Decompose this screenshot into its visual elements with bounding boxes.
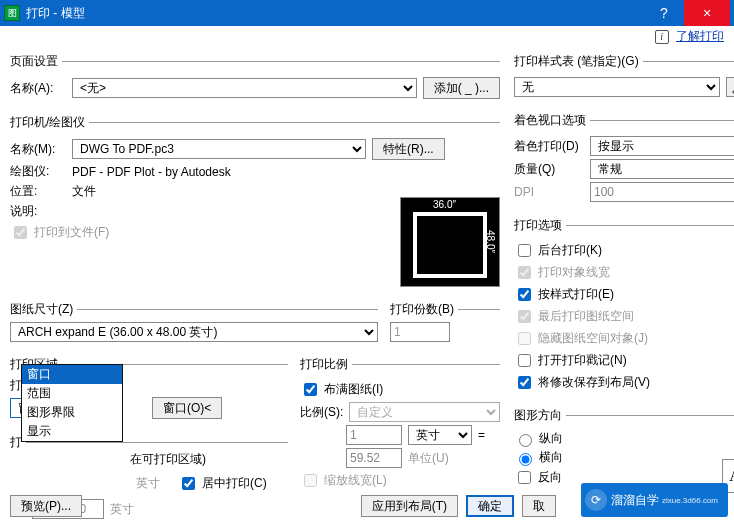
range-option-limits[interactable]: 图形界限 bbox=[22, 403, 122, 422]
portrait-label: 纵向 bbox=[539, 430, 563, 447]
landscape-label: 横向 bbox=[539, 449, 563, 466]
printer-name-select[interactable]: DWG To PDF.pc3 bbox=[72, 139, 366, 159]
preview-button[interactable]: 预览(P)... bbox=[10, 495, 82, 517]
range-option-extents[interactable]: 范围 bbox=[22, 384, 122, 403]
scale-lineweights-check: 缩放线宽(L) bbox=[300, 471, 500, 490]
plotter-label: 绘图仪: bbox=[10, 163, 66, 180]
bystyle-check[interactable]: 按样式打印(E) bbox=[514, 285, 734, 304]
know-about-print-link[interactable]: 了解打印 bbox=[676, 29, 724, 43]
landscape-input[interactable] bbox=[519, 453, 532, 466]
orientation-legend: 图形方向 bbox=[514, 407, 566, 424]
window-title: 打印 - 模型 bbox=[26, 5, 644, 22]
center-print-check-wrapper[interactable]: 居中打印(C) bbox=[178, 474, 267, 493]
scale-lineweights-label: 缩放线宽(L) bbox=[324, 472, 387, 489]
page-settings-group: 页面设置 名称(A): <无> 添加( _ )... bbox=[10, 53, 500, 108]
shade-plot-select[interactable]: 按显示 bbox=[590, 136, 734, 156]
hide-paperspace-checkbox bbox=[518, 332, 531, 345]
fit-to-paper-checkbox[interactable] bbox=[304, 383, 317, 396]
center-print-label: 居中打印(C) bbox=[202, 475, 267, 492]
window-pick-button[interactable]: 窗口(O)< bbox=[152, 397, 222, 419]
print-options-group: 打印选项 后台打印(K) 打印对象线宽 按样式打印(E) 最后打印图纸空间 隐藏… bbox=[514, 217, 734, 401]
stamp-checkbox[interactable] bbox=[518, 354, 531, 367]
portrait-input[interactable] bbox=[519, 434, 532, 447]
description-label: 说明: bbox=[10, 203, 66, 220]
plot-style-legend: 打印样式表 (笔指定)(G) bbox=[514, 53, 643, 70]
print-scale-legend: 打印比例 bbox=[300, 356, 352, 373]
watermark-logo-icon: ⟳ bbox=[585, 489, 607, 511]
portrait-radio[interactable]: 纵向 bbox=[514, 430, 734, 447]
cancel-button[interactable]: 取 bbox=[522, 495, 556, 517]
plot-style-edit-button[interactable] bbox=[726, 77, 734, 97]
offset-x-unit: 英寸 bbox=[136, 475, 160, 492]
orientation-preview-letter: A bbox=[729, 467, 734, 485]
watermark-logo: ⟳ 溜溜自学 zixue.3d66.com bbox=[581, 483, 728, 517]
quality-label: 质量(Q) bbox=[514, 161, 584, 178]
location-label: 位置: bbox=[10, 183, 66, 200]
copies-legend: 打印份数(B) bbox=[390, 301, 458, 318]
scale-unit-num bbox=[346, 425, 402, 445]
bystyle-checkbox[interactable] bbox=[518, 288, 531, 301]
bg-print-checkbox[interactable] bbox=[518, 244, 531, 257]
dpi-label: DPI bbox=[514, 185, 584, 199]
range-option-display[interactable]: 显示 bbox=[22, 422, 122, 441]
print-to-file-checkbox bbox=[14, 226, 27, 239]
stamp-check[interactable]: 打开打印戳记(N) bbox=[514, 351, 734, 370]
location-value: 文件 bbox=[72, 183, 96, 200]
offset-note: 在可打印区域) bbox=[130, 451, 206, 468]
ok-button[interactable]: 确定 bbox=[466, 495, 514, 517]
save-layout-check[interactable]: 将修改保存到布局(V) bbox=[514, 373, 734, 392]
paper-size-select[interactable]: ARCH expand E (36.00 x 48.00 英寸) bbox=[10, 322, 378, 342]
app-icon: 图 bbox=[4, 5, 20, 21]
paperspace-last-check: 最后打印图纸空间 bbox=[514, 307, 734, 326]
shaded-viewport-legend: 着色视口选项 bbox=[514, 112, 590, 129]
fit-to-paper-check[interactable]: 布满图纸(I) bbox=[300, 380, 500, 399]
printer-properties-button[interactable]: 特性(R)... bbox=[372, 138, 445, 160]
fit-to-paper-label: 布满图纸(I) bbox=[324, 381, 383, 398]
paper-size-group: 图纸尺寸(Z) ARCH expand E (36.00 x 48.00 英寸) bbox=[10, 301, 378, 348]
quality-select[interactable]: 常规 bbox=[590, 159, 734, 179]
close-button[interactable]: × bbox=[684, 0, 730, 26]
apply-to-layout-button[interactable]: 应用到布局(T) bbox=[361, 495, 458, 517]
brush-icon bbox=[730, 80, 734, 94]
range-option-window-sel[interactable]: 窗口 bbox=[22, 365, 122, 384]
paper-preview: 36.0″ 48.0″ bbox=[400, 197, 500, 287]
hide-paperspace-check: 隐藏图纸空间对象(J) bbox=[514, 329, 734, 348]
drawing-units-label: 单位(U) bbox=[408, 450, 449, 467]
print-options-legend: 打印选项 bbox=[514, 217, 566, 234]
help-button[interactable]: ? bbox=[644, 5, 684, 21]
watermark-brand: 溜溜自学 bbox=[611, 492, 659, 509]
drawing-units-input bbox=[346, 448, 402, 468]
scale-lineweights-checkbox bbox=[304, 474, 317, 487]
page-name-label: 名称(A): bbox=[10, 80, 66, 97]
paper-size-legend: 图纸尺寸(Z) bbox=[10, 301, 77, 318]
paperspace-last-checkbox bbox=[518, 310, 531, 323]
landscape-radio[interactable]: 横向 bbox=[514, 449, 734, 466]
copies-group: 打印份数(B) bbox=[390, 301, 500, 348]
scale-ratio-label: 比例(S): bbox=[300, 404, 343, 421]
watermark-url: zixue.3d66.com bbox=[662, 496, 718, 505]
save-layout-label: 将修改保存到布局(V) bbox=[538, 374, 650, 391]
paperspace-last-label: 最后打印图纸空间 bbox=[538, 308, 634, 325]
bg-print-check[interactable]: 后台打印(K) bbox=[514, 241, 734, 260]
printer-name-label: 名称(M): bbox=[10, 141, 66, 158]
plotter-value: PDF - PDF Plot - by Autodesk bbox=[72, 165, 231, 179]
page-settings-legend: 页面设置 bbox=[10, 53, 62, 70]
reverse-label: 反向 bbox=[538, 469, 562, 486]
print-range-dropdown[interactable]: 窗口 范围 图形界限 显示 bbox=[21, 364, 123, 442]
page-name-select[interactable]: <无> bbox=[72, 78, 417, 98]
lw-check: 打印对象线宽 bbox=[514, 263, 734, 282]
save-layout-checkbox[interactable] bbox=[518, 376, 531, 389]
bystyle-label: 按样式打印(E) bbox=[538, 286, 614, 303]
lw-label: 打印对象线宽 bbox=[538, 264, 610, 281]
scale-unit-select[interactable]: 英寸 bbox=[408, 425, 472, 445]
lw-checkbox bbox=[518, 266, 531, 279]
reverse-checkbox[interactable] bbox=[518, 471, 531, 484]
plot-style-select[interactable]: 无 bbox=[514, 77, 720, 97]
add-page-setup-button[interactable]: 添加( _ )... bbox=[423, 77, 500, 99]
hide-paperspace-label: 隐藏图纸空间对象(J) bbox=[538, 330, 648, 347]
info-icon: i bbox=[655, 30, 669, 44]
print-to-file-label: 打印到文件(F) bbox=[34, 224, 109, 241]
print-scale-group: 打印比例 布满图纸(I) 比例(S): 自定义 英寸 bbox=[300, 356, 500, 499]
center-print-checkbox[interactable] bbox=[182, 477, 195, 490]
scale-equals: = bbox=[478, 428, 485, 442]
